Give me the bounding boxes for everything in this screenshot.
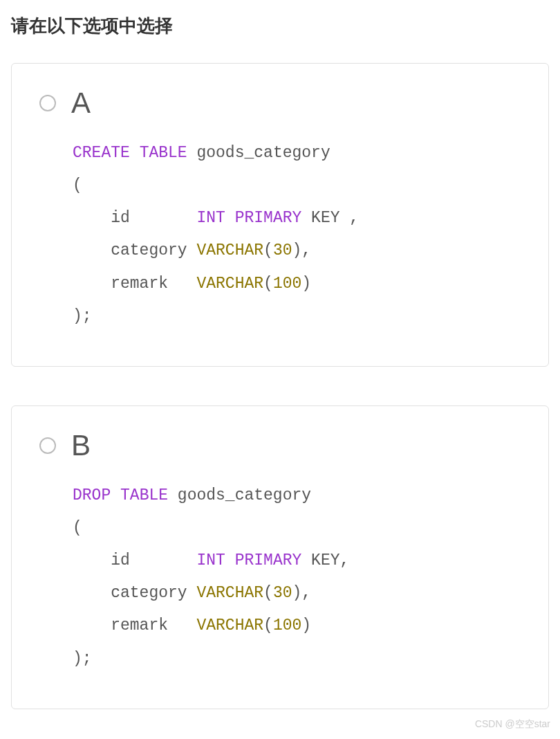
code-text: KEY ,	[301, 209, 359, 227]
code-text: category	[73, 241, 196, 259]
number: 100	[273, 617, 301, 635]
code-text: remark	[73, 617, 196, 635]
code-text: goods_category	[168, 486, 311, 504]
number: 100	[273, 275, 301, 293]
option-a-code: CREATE TABLE goods_category ( id INT PRI…	[73, 137, 521, 333]
code-text: ,	[301, 584, 311, 602]
option-b-code: DROP TABLE goods_category ( id INT PRIMA…	[73, 480, 521, 675]
code-text: id	[73, 209, 196, 227]
keyword: TABLE	[140, 144, 187, 162]
keyword: INT	[196, 209, 225, 227]
code-text: ,	[301, 241, 311, 259]
keyword: TABLE	[120, 486, 168, 504]
keyword: VARCHAR	[196, 275, 263, 293]
keyword: VARCHAR	[196, 241, 263, 259]
keyword: PRIMARY	[235, 551, 302, 569]
code-text: category	[73, 584, 196, 602]
option-a-card[interactable]: A CREATE TABLE goods_category ( id INT P…	[11, 63, 549, 367]
keyword: VARCHAR	[196, 584, 263, 602]
option-b-card[interactable]: B DROP TABLE goods_category ( id INT PRI…	[11, 405, 549, 709]
option-a-letter: A	[71, 89, 91, 118]
keyword: CREATE	[73, 144, 130, 162]
code-text: )	[301, 275, 311, 293]
code-text: (	[263, 241, 273, 259]
code-text: (	[263, 617, 273, 635]
code-text: )	[292, 241, 301, 259]
option-b-letter: B	[71, 431, 91, 460]
number: 30	[273, 584, 292, 602]
number: 30	[273, 241, 292, 259]
code-text: (	[263, 275, 273, 293]
code-text: remark	[73, 275, 196, 293]
radio-icon[interactable]	[39, 437, 56, 454]
radio-icon[interactable]	[39, 95, 56, 111]
keyword: VARCHAR	[196, 617, 263, 635]
code-text: id	[73, 551, 196, 569]
prompt-title: 请在以下选项中选择	[11, 14, 549, 38]
code-text: (	[73, 519, 82, 537]
code-text: )	[301, 617, 311, 635]
code-text: (	[73, 176, 82, 194]
option-b-header: B	[39, 431, 521, 460]
code-text: KEY,	[301, 551, 349, 569]
keyword: PRIMARY	[235, 209, 302, 227]
code-text: )	[292, 584, 301, 602]
code-text: );	[73, 650, 92, 668]
watermark: CSDN @空空star	[475, 718, 550, 731]
keyword: DROP	[73, 486, 111, 504]
option-a-header: A	[39, 89, 521, 118]
code-text: (	[263, 584, 273, 602]
code-text: goods_category	[187, 144, 330, 162]
keyword: INT	[196, 551, 225, 569]
code-text: );	[73, 307, 92, 325]
